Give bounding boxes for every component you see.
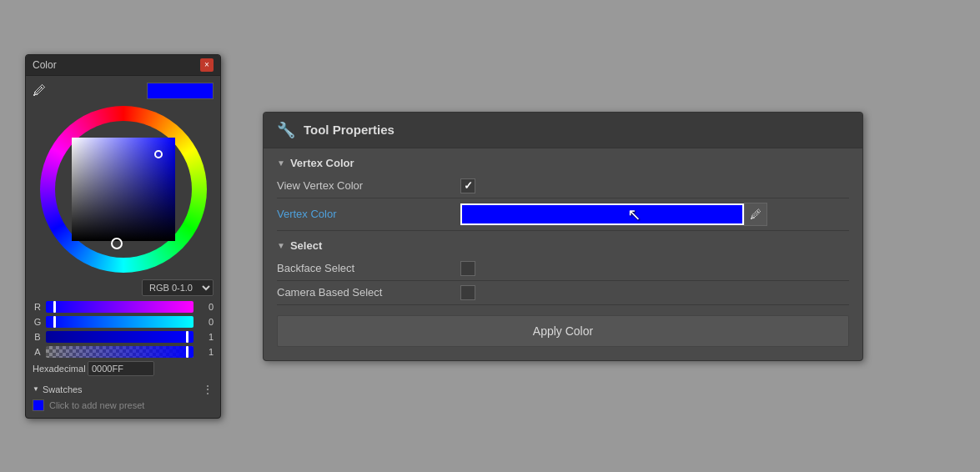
tool-properties-body: ▼ Vertex Color View Vertex Color Vertex … [264,148,862,360]
tool-properties-panel: 🔧 Tool Properties ▼ Vertex Color View Ve… [263,112,863,361]
vertex-color-control: ↖ 🖉 [460,203,767,226]
eyedropper-icon[interactable]: 🖉 [33,83,46,98]
view-vertex-color-row: View Vertex Color [277,174,849,198]
mode-select[interactable]: RGB 0-1.0 RGB 0-255 HSV Hex [142,279,214,296]
view-vertex-color-label: View Vertex Color [277,179,460,192]
add-preset-label: Click to add new preset [49,400,144,410]
color-picker-panel: Color × 🖉 [25,54,221,419]
mode-row: RGB 0-1.0 RGB 0-255 HSV Hex [33,279,214,296]
color-wheel-container[interactable] [40,106,207,273]
section-vertex-color-label: Vertex Color [290,157,354,169]
slider-r-track[interactable] [46,301,193,313]
vertex-color-bar[interactable] [460,203,744,225]
swatches-toggle[interactable]: ▼ Swatches [33,384,83,394]
backface-select-label: Backface Select [277,262,460,274]
slider-r-label: R [33,302,43,312]
hex-input[interactable] [88,361,154,376]
color-picker-title: Color [33,59,57,71]
color-picker-body: 🖉 [26,76,220,418]
apply-color-button[interactable]: Apply Color [277,315,849,347]
view-vertex-color-checkbox[interactable] [460,178,475,193]
slider-b-value: 1 [197,332,214,342]
backface-select-control [460,261,475,276]
slider-a-track[interactable] [46,346,193,358]
vertex-color-label: Vertex Color [277,208,460,220]
slider-b-track[interactable] [46,331,193,343]
tool-properties-title: Tool Properties [304,123,395,137]
slider-g-value: 0 [197,317,214,327]
section-select-triangle: ▼ [277,241,285,250]
slider-g-label: G [33,317,43,327]
preset-swatch [33,399,44,411]
color-preview-box[interactable] [147,83,214,99]
slider-r-value: 0 [197,302,214,312]
tool-properties-header: 🔧 Tool Properties [264,113,862,148]
wrench-icon: 🔧 [277,121,295,139]
camera-based-select-row: Camera Based Select [277,281,849,305]
sv-square[interactable] [72,138,175,241]
section-vertex-color-triangle: ▼ [277,158,285,168]
slider-a-label: A [33,347,43,357]
add-preset-row[interactable]: Click to add new preset [33,399,214,411]
hex-row: Hexadecimal [33,361,214,376]
swatches-menu-icon[interactable]: ⋮ [202,383,214,396]
slider-b-row: B 1 [33,331,214,343]
slider-b-label: B [33,332,43,342]
section-select-label: Select [290,239,322,252]
hex-label: Hexadecimal [33,364,83,374]
backface-select-checkbox[interactable] [460,261,475,276]
vertex-color-eyedropper-button[interactable]: 🖉 [744,203,767,226]
color-picker-titlebar: Color × [26,55,220,76]
top-row: 🖉 [33,83,214,99]
swatches-row: ▼ Swatches ⋮ [33,383,214,396]
vertex-color-row: Vertex Color ↖ 🖉 [277,198,849,231]
close-button[interactable]: × [200,58,214,72]
backface-select-row: Backface Select [277,257,849,281]
slider-r-row: R 0 [33,301,214,313]
slider-g-row: G 0 [33,316,214,328]
swatches-label: Swatches [43,384,83,394]
camera-based-select-checkbox[interactable] [460,285,475,300]
camera-based-select-label: Camera Based Select [277,286,460,299]
slider-a-value: 1 [197,347,214,357]
view-vertex-color-control [460,178,475,193]
section-vertex-color-header: ▼ Vertex Color [277,148,849,174]
swatches-triangle-icon: ▼ [33,385,39,393]
camera-based-select-control [460,285,475,300]
section-select-header: ▼ Select [277,231,849,257]
slider-a-row: A 1 [33,346,214,358]
slider-g-track[interactable] [46,316,193,328]
